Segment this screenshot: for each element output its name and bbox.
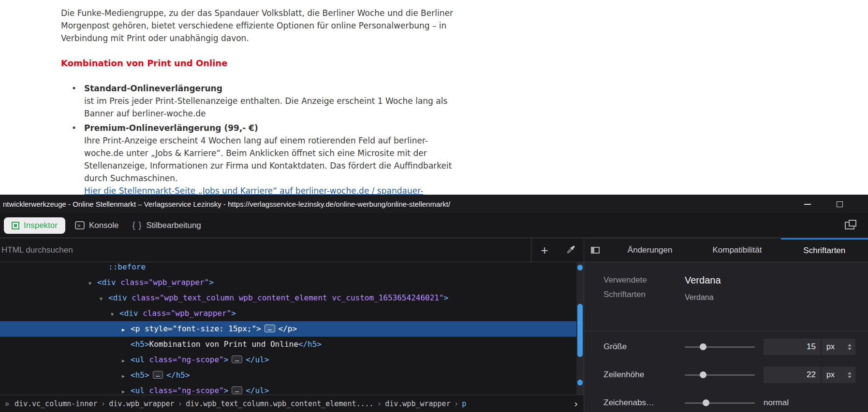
devtools-toolbar: Inspektor Konsole { } Stilbearbeitung [0,213,868,238]
console-icon [75,221,85,229]
tab-inspector[interactable]: Inspektor [4,217,65,234]
font-family-rendered: Verdana [685,293,721,302]
add-node-button[interactable]: + [531,238,558,262]
scrollbar-mark-top [577,265,583,270]
font-family-name: Verdana [685,273,721,287]
font-size-stepper-icon[interactable] [848,344,852,350]
markup-token: > [209,278,214,287]
breadcrumb-item[interactable]: div.wpb_wrapper [382,399,454,408]
tab-console-label: Konsole [89,221,118,230]
used-fonts-values: Verdana Verdana [685,273,721,302]
markup-row[interactable]: ▶<ul class="ng-scope">…</ul> [0,352,584,368]
expand-arrow-icon[interactable]: ▶ [122,384,131,395]
eyedropper-button[interactable] [558,238,584,262]
expand-arrow-icon[interactable]: ▼ [88,276,97,291]
tab-compatibility[interactable]: Kompatibilität [693,238,780,262]
markup-token: <ul [131,355,145,364]
markup-row[interactable]: <h5>Kombination von Print und Online</h5… [0,337,584,352]
font-size-slider-thumb[interactable] [700,343,706,350]
breadcrumb-item-selected[interactable]: p [458,399,470,408]
markup-token: <ul [131,386,145,395]
minimize-button[interactable] [804,200,811,207]
stellenmarkt-link[interactable]: Hier die Stellenmarkt-Seite „Jobs und Ka… [84,186,423,195]
breadcrumb-overflow-icon[interactable] [5,399,9,408]
letter-spacing-value: normal [764,398,789,408]
markup-token: > [231,309,236,318]
scrollbar-thumb[interactable] [577,304,583,357]
markup-token: </p> [279,324,297,333]
markup-token: Kombination von Print und Online [149,340,298,349]
list-item-line: Banner auf berliner-woche.de [84,107,868,120]
tab-fonts[interactable]: Schriftarten [781,238,868,262]
inline-expander-badge[interactable]: … [232,386,242,394]
inline-expander-badge[interactable]: … [153,371,163,379]
breadcrumb-item[interactable]: div.wpb_text_column.wpb_content_element.… [182,399,377,408]
markup-token: <div [119,309,138,318]
webpage-viewport: Die Funke-Mediengruppe, zu der das Spand… [0,0,868,195]
chevron-right-icon [377,399,382,408]
font-size-input[interactable]: 15 [764,339,821,355]
expand-arrow-icon[interactable]: ▶ [122,353,131,369]
font-size-slider[interactable] [685,343,755,351]
markup-token: <p [131,324,140,333]
line-height-input[interactable]: 22 [764,367,821,383]
expand-arrow-icon[interactable]: ▼ [111,307,119,322]
breadcrumb-item[interactable]: div.vc_column-inner [11,399,101,408]
inspector-icon [12,222,19,229]
markup-row[interactable]: ▶<ul class="ng-scope">…</ul> [0,383,584,395]
markup-token: style="font-size: 15px;" [140,324,256,333]
font-size-unit-label: px [826,342,835,351]
markup-row[interactable]: ▶<h5>…</h5> [0,368,584,383]
font-row-font-size: Größe15px [603,334,853,359]
chevron-right-icon [454,399,459,408]
link-line: Hier die Stellenmarkt-Seite „Jobs und Ka… [84,185,868,195]
markup-token: > [224,355,229,364]
line-height-slider-thumb[interactable] [700,371,706,378]
markup-row[interactable]: ::before [0,262,584,275]
list-item-title: Standard-Onlineverlängerung [84,82,868,95]
chevron-right-icon [178,399,183,408]
fonts-panel: Verwendete Schriftarten Verdana Verdana … [584,262,868,412]
expand-arrow-icon[interactable]: ▶ [122,369,131,384]
breadcrumb-item[interactable]: div.wpb_wrapper [105,399,177,408]
markup-tree: ::before▼<div class="wpb_wrapper">▼<div … [0,262,584,395]
window-titlebar: ntwicklerwerkzeuge - Online Stellenmarkt… [0,195,868,213]
font-size-unit-select[interactable]: px [822,339,855,355]
tab-style-editor[interactable]: { } Stilbearbeitung [125,213,207,238]
markup-token: </h5> [298,340,322,349]
braces-icon: { } [132,220,142,230]
line-height-stepper-icon[interactable] [848,372,852,378]
inline-expander-badge[interactable]: … [232,355,242,363]
breadcrumb-scroll-right-icon[interactable] [573,398,579,410]
maximize-button[interactable] [836,200,843,207]
sidebar-tabs: Änderungen Kompatibilität Schriftarten [584,238,868,262]
devtools-main: + ::before▼<div class="wpb_wrapper">▼<di… [0,238,868,412]
markup-token: ::before [108,262,146,271]
font-size-label: Größe [603,342,685,352]
line-height-unit-select[interactable]: px [822,367,855,383]
list-item-line: Ihre Print-Anzeige erscheint 4 Wochen la… [84,134,868,147]
intro-paragraph: Die Funke-Mediengruppe, zu der das Spand… [61,7,868,44]
expand-arrow-icon[interactable]: ▶ [122,322,131,338]
list-item-line: ist im Preis jeder Print-Stellenanzeige … [84,95,868,107]
search-input[interactable] [0,238,531,262]
window-title: ntwicklerwerkzeuge - Online Stellenmarkt… [3,200,450,208]
markup-token: > [256,324,261,333]
markup-row[interactable]: ▼<div class="wpb_wrapper"> [0,275,584,290]
page-heading: Kombination von Print und Online [61,57,868,70]
line-height-slider[interactable] [685,371,755,379]
markup-token: </h5> [166,370,190,380]
sidebar-toggle-button[interactable] [584,238,606,262]
inline-expander-badge[interactable]: … [265,325,275,332]
dock-window-icon[interactable] [845,222,854,229]
markup-row[interactable]: ▶<p style="font-size: 15px;">…</p> [0,321,584,337]
letter-spacing-slider[interactable] [685,399,755,407]
scrollbar[interactable] [576,262,584,395]
line-height-label: Zeilenhöhe [603,370,685,380]
expand-arrow-icon[interactable]: ▼ [100,291,108,307]
tab-changes[interactable]: Änderungen [606,238,693,262]
letter-spacing-slider-thumb[interactable] [703,399,709,406]
tab-console[interactable]: Konsole [68,213,125,238]
markup-row[interactable]: ▼<div class="wpb_text_column wpb_content… [0,290,584,306]
markup-row[interactable]: ▼<div class="wpb_wrapper"> [0,306,584,321]
